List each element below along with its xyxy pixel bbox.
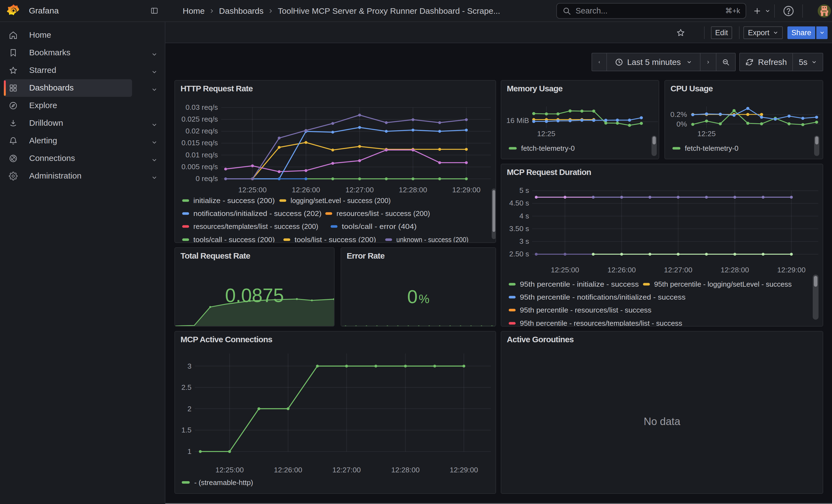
svg-text:resources/templates/list - suc: resources/templates/list - success (200) [193,222,318,230]
svg-text:12:28:00: 12:28:00 [391,466,420,474]
svg-text:resources/list - success (200): resources/list - success (200) [337,210,430,217]
svg-text:12:25: 12:25 [698,130,716,138]
svg-text:fetch-telemetry-0: fetch-telemetry-0 [521,144,575,152]
svg-text:12:27:00: 12:27:00 [332,466,361,474]
svg-text:12:26:00: 12:26:00 [274,466,302,474]
svg-text:12:25: 12:25 [537,130,555,138]
svg-text:95th percentile - resources/te: 95th percentile - resources/templates/li… [520,319,682,326]
svg-text:12:29:00: 12:29:00 [777,266,806,274]
svg-text:2.5: 2.5 [181,383,191,392]
svg-text:3.50 s: 3.50 s [509,224,529,233]
svg-text:notifications/initialized - su: notifications/initialized - success (202… [193,210,322,217]
svg-text:1.5: 1.5 [181,426,191,434]
svg-text:4.50 s: 4.50 s [509,199,529,207]
svg-text:12:26:00: 12:26:00 [607,266,636,274]
svg-text:95th percentile - resources/li: 95th percentile - resources/list - succe… [520,306,651,314]
svg-text:tools/list - success (200): tools/list - success (200) [295,236,376,243]
svg-text:initialize - success (200): initialize - success (200) [193,197,275,205]
svg-text:- (streamable-http): - (streamable-http) [194,478,253,487]
svg-text:fetch-telemetry-0: fetch-telemetry-0 [685,144,738,152]
svg-text:1: 1 [187,447,191,456]
svg-text:4 s: 4 s [519,212,529,220]
svg-text:12:28:00: 12:28:00 [721,266,749,274]
svg-text:12:29:00: 12:29:00 [449,466,478,474]
svg-text:3: 3 [187,362,191,370]
svg-text:95th percentile - logging/setL: 95th percentile - logging/setLevel - suc… [654,280,792,288]
svg-text:95th percentile - notification: 95th percentile - notifications/initiali… [520,293,686,301]
svg-text:logging/setLevel - success (20: logging/setLevel - success (200) [290,197,391,205]
svg-text:95th percentile - initialize -: 95th percentile - initialize - success [520,280,639,288]
svg-text:tools/call - success (200): tools/call - success (200) [193,236,275,243]
svg-text:0.2%: 0.2% [671,110,687,118]
svg-text:3 s: 3 s [519,237,529,245]
svg-text:2: 2 [187,405,191,413]
svg-text:2.50 s: 2.50 s [509,250,529,258]
svg-text:12:25:00: 12:25:00 [551,266,579,274]
svg-text:12:27:00: 12:27:00 [664,266,692,274]
svg-text:5 s: 5 s [519,186,529,194]
svg-text:unknown - success (200): unknown - success (200) [396,236,469,243]
svg-text:tools/call - error (404): tools/call - error (404) [342,222,417,230]
svg-text:0%: 0% [677,120,687,128]
svg-text:12:25:00: 12:25:00 [215,466,244,474]
svg-text:16 MiB: 16 MiB [506,116,529,125]
